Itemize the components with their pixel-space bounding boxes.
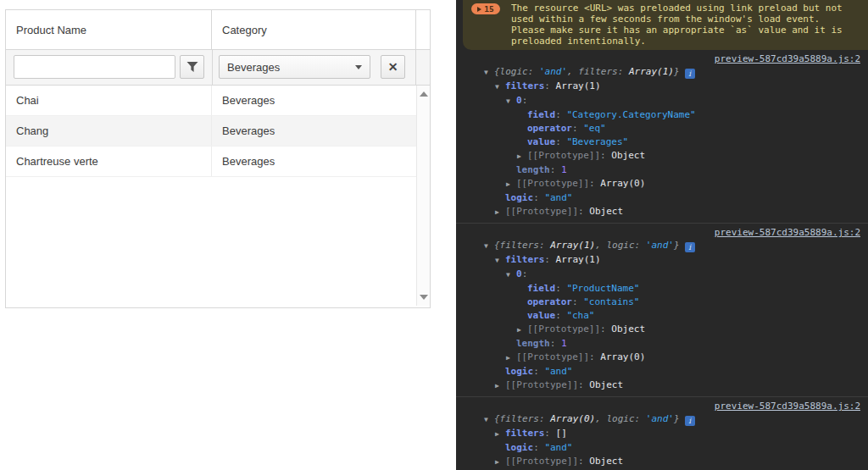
property-colon: : xyxy=(550,164,561,175)
expander-closed-icon[interactable]: ▶ xyxy=(495,206,505,219)
property-value: "Category.CategoryName" xyxy=(566,109,695,120)
down-arrow-icon[interactable] xyxy=(420,295,428,300)
close-icon: ✕ xyxy=(388,60,398,74)
property-key: operator xyxy=(527,123,572,134)
tree-row: ▶[[Prototype]]: Object xyxy=(456,205,868,219)
cell-product-name: Chai xyxy=(6,86,212,115)
expander-open-icon[interactable]: ▼ xyxy=(495,254,505,268)
expander-open-icon[interactable]: ▼ xyxy=(506,95,516,108)
property-value: Array(1) xyxy=(556,254,601,265)
info-icon[interactable]: i xyxy=(685,69,695,79)
expander-closed-icon[interactable]: ▶ xyxy=(506,178,516,191)
vertical-scrollbar[interactable] xyxy=(416,86,430,306)
source-link[interactable]: preview-587cd39a5889a.js:2 xyxy=(715,53,860,64)
object-preview: ▼{logic: 'and', filters: Array(1)}i xyxy=(456,65,868,80)
property-colon: : xyxy=(533,366,544,377)
expander-closed-icon[interactable]: ▶ xyxy=(495,428,505,441)
devtools-console: 15 The resource <URL> was preloaded usin… xyxy=(456,0,868,470)
object-preview: ▼{filters: Array(1), logic: 'and'}i xyxy=(456,239,868,253)
property-value: "cha" xyxy=(566,310,594,321)
product-grid: Product Name Category Beverages ✕ ChaiBe… xyxy=(5,9,431,308)
dropdown-selected-value: Beverages xyxy=(227,61,355,74)
expander-open-icon[interactable]: ▼ xyxy=(484,413,494,427)
source-link[interactable]: preview-587cd39a5889a.js:2 xyxy=(715,227,860,238)
warning-line: Please make sure it has an appropriate `… xyxy=(511,25,843,36)
property-key: filters xyxy=(505,80,544,91)
property-key: operator xyxy=(527,296,572,307)
console-source-line: preview-587cd39a5889a.js:2 xyxy=(456,53,868,65)
tree-row: value: "Beverages" xyxy=(456,135,868,149)
preview-segment: {filters: xyxy=(494,240,550,251)
grid-header: Product Name Category xyxy=(6,10,430,50)
property-colon: : xyxy=(578,456,589,467)
property-colon: : xyxy=(533,442,544,453)
tree-row: field: "ProductName" xyxy=(456,282,868,296)
property-key: filters xyxy=(505,428,544,439)
cell-product-name: Chang xyxy=(6,116,212,146)
property-colon: : xyxy=(578,379,589,390)
expander-open-icon[interactable]: ▼ xyxy=(484,240,494,253)
property-value: "and" xyxy=(544,192,572,203)
preview-segment: } xyxy=(674,413,680,424)
expander-closed-icon[interactable]: ▶ xyxy=(495,379,505,393)
property-value: Object xyxy=(589,456,623,467)
source-link[interactable]: preview-587cd39a5889a.js:2 xyxy=(715,401,860,412)
expander-open-icon[interactable]: ▼ xyxy=(506,268,516,282)
property-value: "Beverages" xyxy=(566,136,628,147)
property-colon: : xyxy=(600,323,611,335)
property-key: logic xyxy=(505,442,533,453)
product-name-filter-input[interactable] xyxy=(14,55,175,79)
property-colon: : xyxy=(544,254,555,265)
property-value: Object xyxy=(589,206,623,217)
tree-row: ▶[[Prototype]]: Object xyxy=(456,323,868,337)
tree-row: logic: "and" xyxy=(456,441,868,455)
tree-row: ▶[[Prototype]]: Object xyxy=(456,149,868,163)
table-row[interactable]: ChaiBeverages xyxy=(6,86,416,116)
property-key: [[Prototype]] xyxy=(527,323,600,335)
info-icon[interactable]: i xyxy=(685,242,695,252)
tree-row: ▶filters: [] xyxy=(456,427,868,441)
property-key: field xyxy=(527,283,555,294)
table-row[interactable]: ChangBeverages xyxy=(6,116,416,147)
tree-row: ▶[[Prototype]]: Object xyxy=(456,455,868,469)
property-value: "and" xyxy=(544,442,572,453)
cell-category: Beverages xyxy=(212,86,416,115)
property-colon: : xyxy=(555,310,566,321)
property-key: [[Prototype]] xyxy=(505,379,578,390)
table-row[interactable]: Chartreuse verteBeverages xyxy=(6,147,416,177)
column-divider xyxy=(212,50,213,85)
property-colon: : xyxy=(533,192,544,203)
property-colon: : xyxy=(572,296,583,307)
info-icon[interactable]: i xyxy=(685,416,695,426)
tree-row: field: "Category.CategoryName" xyxy=(456,108,868,122)
property-key: length xyxy=(516,338,550,349)
tree-row: ▶[[Prototype]]: Array(0) xyxy=(456,351,868,365)
property-key: value xyxy=(527,136,555,147)
up-arrow-icon[interactable] xyxy=(420,91,428,97)
column-header-label: Product Name xyxy=(16,24,86,36)
warning-count-badge[interactable]: 15 xyxy=(471,3,500,14)
column-header-category[interactable]: Category xyxy=(212,10,416,49)
console-source-line: preview-587cd39a5889a.js:2 xyxy=(456,226,868,239)
expander-closed-icon[interactable]: ▶ xyxy=(517,323,527,337)
tree-row: operator: "eq" xyxy=(456,122,868,135)
warning-message: The resource <URL> was preloaded using l… xyxy=(511,3,843,47)
preview-segment: 'and' xyxy=(539,66,567,77)
property-value: "ProductName" xyxy=(566,283,639,294)
tree-row: ▶[[Prototype]]: Array(0) xyxy=(456,177,868,191)
property-value: 1 xyxy=(561,164,567,175)
filter-button[interactable] xyxy=(180,55,204,79)
property-key: field xyxy=(527,109,555,120)
expander-closed-icon[interactable]: ▶ xyxy=(506,351,516,365)
expander-closed-icon[interactable]: ▶ xyxy=(495,456,505,469)
cell-product-name: Chartreuse verte xyxy=(6,147,212,176)
property-colon: : xyxy=(589,351,600,362)
expander-closed-icon[interactable]: ▶ xyxy=(517,150,527,163)
property-key: length xyxy=(516,164,550,175)
clear-filter-button[interactable]: ✕ xyxy=(381,55,405,79)
expander-open-icon[interactable]: ▼ xyxy=(484,66,494,80)
category-filter-dropdown[interactable]: Beverages xyxy=(219,55,370,79)
header-scrollbar-spacer xyxy=(416,10,430,49)
column-header-product-name[interactable]: Product Name xyxy=(6,10,212,49)
expander-open-icon[interactable]: ▼ xyxy=(495,80,505,94)
